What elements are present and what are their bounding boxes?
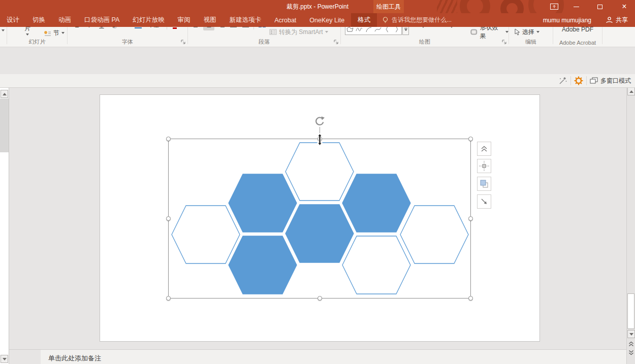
overlap-squares-icon bbox=[479, 179, 489, 189]
chevron-down-icon bbox=[61, 32, 65, 34]
font-dialog-launcher[interactable] bbox=[181, 40, 186, 45]
tab-format[interactable]: 格式 bbox=[351, 13, 377, 27]
create-share-pdf-label-2: Adobe PDF bbox=[562, 26, 593, 34]
cursor-arrow-icon bbox=[513, 28, 520, 36]
tab-10[interactable]: OneKey Lite bbox=[303, 13, 351, 27]
tab-6[interactable]: 审阅 bbox=[171, 13, 197, 27]
select-button[interactable]: 选择 bbox=[513, 26, 539, 38]
previous-slide-button[interactable] bbox=[627, 340, 635, 347]
shape-effects-button[interactable]: 形状效果 bbox=[470, 26, 509, 38]
multi-window-mode-button[interactable]: 多窗口模式 bbox=[590, 77, 631, 85]
tab-list: 设计切换动画口袋动画 PA幻灯片放映审阅视图新建选项卡AcrobatOneKey… bbox=[0, 13, 351, 27]
select-label: 选择 bbox=[522, 28, 534, 37]
left-scroll-up-button[interactable] bbox=[1, 90, 8, 98]
context-tool-header: 绘图工具 bbox=[373, 0, 404, 13]
tab-1[interactable]: 设计 bbox=[0, 13, 26, 27]
tell-me-label: 告诉我您想要做什么... bbox=[392, 16, 452, 24]
shape-effects-icon bbox=[470, 28, 478, 36]
selection-bounding-box[interactable] bbox=[168, 139, 471, 299]
rotation-handle[interactable] bbox=[314, 116, 325, 127]
minimize-icon bbox=[574, 7, 579, 7]
left-scroll-down-button[interactable] bbox=[1, 355, 8, 363]
right-scrollbar[interactable] bbox=[626, 86, 635, 364]
gear-icon[interactable] bbox=[574, 76, 583, 85]
minimize-button[interactable] bbox=[567, 0, 585, 13]
tab-9[interactable]: Acrobat bbox=[268, 13, 303, 27]
share-label: 共享 bbox=[616, 16, 628, 24]
acrobat-group-label: Adobe Acrobat bbox=[553, 40, 602, 46]
maximize-icon bbox=[597, 5, 602, 9]
selection-handle-middle-left[interactable] bbox=[166, 216, 171, 221]
position-icon bbox=[479, 161, 489, 171]
tab-7[interactable]: 视图 bbox=[197, 13, 223, 27]
font-group-label: 字体 bbox=[68, 38, 187, 46]
tab-5[interactable]: 幻灯片放映 bbox=[126, 13, 171, 27]
section-icon bbox=[44, 30, 51, 37]
share-button[interactable]: 共享 bbox=[598, 13, 635, 27]
ribbon-tab-row: 设计切换动画口袋动画 PA幻灯片放映审阅视图新建选项卡AcrobatOneKey… bbox=[0, 13, 635, 27]
chevron-down-icon bbox=[325, 31, 328, 33]
drawing-dialog-launcher[interactable] bbox=[502, 40, 507, 45]
slides-group-label: 幻灯片 bbox=[7, 38, 67, 46]
selection-handle-bottom-center[interactable] bbox=[318, 296, 322, 301]
paragraph-group-label: 段落 bbox=[188, 38, 340, 46]
smartart-icon bbox=[269, 28, 277, 36]
right-scroll-up-button[interactable] bbox=[627, 87, 635, 95]
divider bbox=[570, 76, 571, 85]
notes-gap bbox=[9, 349, 41, 364]
convert-smartart-button[interactable]: 转换为 SmartArt bbox=[269, 26, 328, 38]
double-chevron-down-icon bbox=[628, 350, 634, 355]
chevron-down-icon bbox=[536, 31, 539, 33]
editing-group-label: 编辑 bbox=[509, 38, 553, 46]
selection-handle-middle-right[interactable] bbox=[468, 216, 473, 221]
divider bbox=[586, 76, 587, 85]
position-center-button[interactable] bbox=[477, 159, 491, 173]
ribbon-display-options-button[interactable] bbox=[546, 0, 563, 13]
multi-window-icon bbox=[590, 77, 598, 84]
chevron-down-icon bbox=[505, 31, 509, 33]
double-chevron-up-icon bbox=[480, 145, 489, 153]
section-button[interactable]: 节 bbox=[44, 27, 67, 39]
tab-4[interactable]: 口袋动画 PA bbox=[78, 13, 126, 27]
lightbulb-icon bbox=[382, 16, 389, 24]
selection-handle-top-left[interactable] bbox=[166, 137, 171, 141]
tell-me-box[interactable]: 告诉我您想要做什么... bbox=[377, 13, 457, 27]
left-scrollbar-thumb[interactable] bbox=[0, 98, 9, 152]
plugin-toolbar-strip: 多窗口模式 bbox=[0, 74, 635, 88]
tab-2[interactable]: 切换 bbox=[26, 13, 52, 27]
diagonal-arrow-icon bbox=[480, 197, 489, 206]
tab-8[interactable]: 新建选项卡 bbox=[223, 13, 268, 27]
multi-window-label: 多窗口模式 bbox=[600, 77, 631, 85]
person-icon bbox=[606, 16, 613, 24]
right-scroll-down-button[interactable] bbox=[627, 330, 635, 338]
resize-diagonal-button[interactable] bbox=[477, 194, 491, 209]
drawing-group-label: 绘图 bbox=[341, 38, 509, 46]
chevron-down-icon[interactable] bbox=[2, 29, 5, 31]
close-button[interactable]: × bbox=[616, 0, 633, 13]
bring-forward-button[interactable] bbox=[477, 177, 491, 191]
magic-wand-icon[interactable] bbox=[558, 76, 567, 85]
collapse-panel-button[interactable] bbox=[477, 142, 491, 156]
user-name[interactable]: mumu mumujiang bbox=[543, 17, 591, 24]
notes-placeholder: 单击此处添加备注 bbox=[48, 354, 101, 363]
notes-panel[interactable]: 单击此处添加备注 bbox=[41, 349, 626, 364]
ns-resize-cursor bbox=[316, 133, 324, 146]
tab-3[interactable]: 动画 bbox=[52, 13, 78, 27]
paragraph-dialog-launcher[interactable] bbox=[334, 40, 339, 45]
maximize-button[interactable] bbox=[591, 0, 609, 13]
smartart-label: 转换为 SmartArt bbox=[279, 28, 323, 37]
chevron-down-icon bbox=[26, 34, 29, 36]
right-scrollbar-thumb[interactable] bbox=[627, 293, 634, 329]
left-scrollbar[interactable] bbox=[0, 88, 9, 364]
double-chevron-up-icon bbox=[628, 341, 634, 347]
window-title: 裁剪.pptx - PowerPoint bbox=[0, 3, 635, 11]
section-label: 节 bbox=[53, 29, 59, 38]
next-slide-button[interactable] bbox=[627, 349, 635, 356]
account-area: mumu mumujiang 共享 bbox=[543, 13, 635, 27]
selection-handle-top-right[interactable] bbox=[468, 137, 473, 141]
title-bar: 裁剪.pptx - PowerPoint 绘图工具 × bbox=[0, 0, 635, 13]
selection-handle-bottom-right[interactable] bbox=[468, 296, 473, 301]
selection-handle-bottom-left[interactable] bbox=[166, 296, 171, 301]
